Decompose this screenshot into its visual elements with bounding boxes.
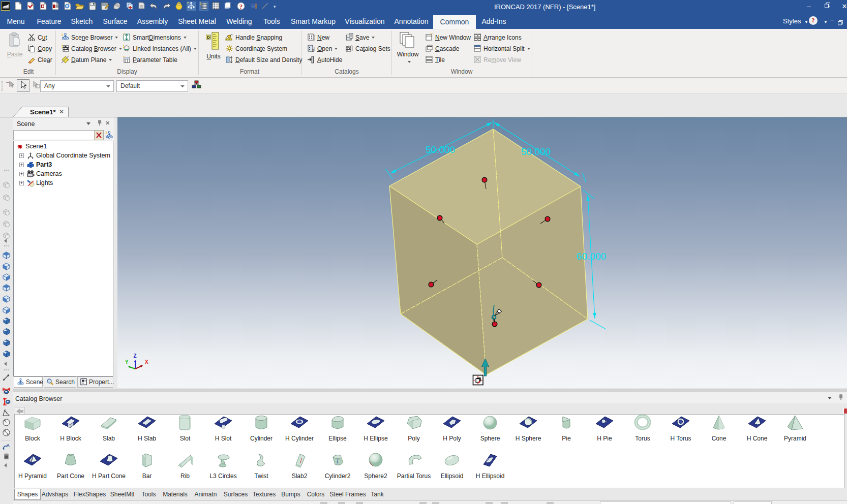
svg-text:D: D — [207, 35, 210, 40]
svg-text:?: ? — [239, 3, 243, 10]
svg-text:X: X — [145, 359, 148, 365]
svg-text:A: A — [7, 443, 10, 448]
svg-text:Y: Y — [125, 359, 129, 365]
svg-text:60.000: 60.000 — [577, 251, 606, 262]
svg-text:2: 2 — [312, 49, 314, 52]
svg-text:50.000: 50.000 — [521, 146, 551, 157]
svg-text:50.000: 50.000 — [426, 144, 455, 155]
svg-text:Z: Z — [134, 353, 137, 359]
